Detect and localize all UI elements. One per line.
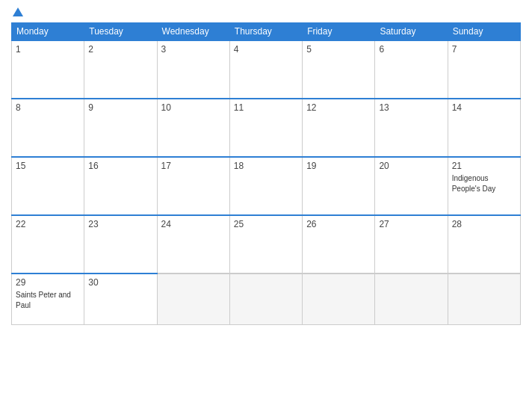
calendar-table: MondayTuesdayWednesdayThursdayFridaySatu… bbox=[11, 22, 521, 325]
calendar-cell: 30 bbox=[84, 274, 157, 324]
day-number: 16 bbox=[88, 161, 152, 171]
day-number: 5 bbox=[306, 44, 371, 55]
column-header-friday: Friday bbox=[303, 23, 375, 41]
calendar-cell: 15 bbox=[12, 157, 84, 215]
day-number: 21 bbox=[452, 161, 516, 171]
day-number: 17 bbox=[161, 161, 226, 171]
calendar-cell: 27 bbox=[375, 215, 448, 274]
holiday-label: Indigenous People's Day bbox=[452, 174, 496, 193]
calendar-cell: 10 bbox=[157, 99, 229, 157]
calendar-week-row: 29Saints Peter and Paul30 bbox=[12, 274, 521, 324]
day-number: 26 bbox=[306, 219, 371, 229]
day-number: 1 bbox=[16, 44, 80, 55]
calendar-cell: 6 bbox=[375, 40, 448, 99]
calendar-cell: 21Indigenous People's Day bbox=[448, 157, 520, 215]
calendar-week-row: 15161718192021Indigenous People's Day bbox=[12, 157, 521, 215]
calendar-cell: 12 bbox=[303, 99, 375, 157]
day-number: 28 bbox=[452, 219, 516, 229]
calendar-cell: 23 bbox=[84, 215, 157, 274]
calendar-cell: 19 bbox=[303, 157, 375, 215]
calendar-cell: 2 bbox=[84, 40, 157, 99]
day-number: 24 bbox=[161, 219, 226, 229]
calendar-cell: 11 bbox=[229, 99, 302, 157]
logo-triangle-icon bbox=[13, 7, 23, 16]
day-number: 23 bbox=[88, 219, 152, 229]
column-header-saturday: Saturday bbox=[375, 23, 448, 41]
day-number: 15 bbox=[16, 161, 80, 171]
day-number: 4 bbox=[234, 44, 298, 55]
column-header-tuesday: Tuesday bbox=[84, 23, 157, 41]
calendar-cell bbox=[448, 274, 520, 324]
day-number: 12 bbox=[306, 102, 371, 113]
calendar-cell: 7 bbox=[448, 40, 520, 99]
day-number: 10 bbox=[161, 102, 226, 113]
day-number: 30 bbox=[88, 277, 152, 288]
calendar-cell: 16 bbox=[84, 157, 157, 215]
calendar-cell bbox=[157, 274, 229, 324]
calendar-cell: 5 bbox=[303, 40, 375, 99]
day-number: 6 bbox=[379, 44, 443, 55]
day-number: 27 bbox=[379, 219, 443, 229]
day-number: 13 bbox=[379, 102, 443, 113]
day-number: 3 bbox=[161, 44, 226, 55]
day-number: 22 bbox=[16, 219, 80, 229]
calendar-cell: 4 bbox=[229, 40, 302, 99]
calendar-cell: 28 bbox=[448, 215, 520, 274]
calendar-cell: 17 bbox=[157, 157, 229, 215]
day-number: 9 bbox=[88, 102, 152, 113]
day-number: 18 bbox=[234, 161, 298, 171]
calendar-header-row: MondayTuesdayWednesdayThursdayFridaySatu… bbox=[12, 23, 521, 41]
day-number: 20 bbox=[379, 161, 443, 171]
calendar-cell bbox=[229, 274, 302, 324]
column-header-sunday: Sunday bbox=[448, 23, 520, 41]
day-number: 2 bbox=[88, 44, 152, 55]
column-header-monday: Monday bbox=[12, 23, 84, 41]
calendar-cell: 14 bbox=[448, 99, 520, 157]
calendar-cell: 18 bbox=[229, 157, 302, 215]
calendar-cell bbox=[375, 274, 448, 324]
day-number: 14 bbox=[452, 102, 516, 113]
calendar-cell bbox=[303, 274, 375, 324]
calendar-cell: 9 bbox=[84, 99, 157, 157]
calendar-page: MondayTuesdayWednesdayThursdayFridaySatu… bbox=[0, 0, 532, 411]
calendar-cell: 8 bbox=[12, 99, 84, 157]
calendar-week-row: 1234567 bbox=[12, 40, 521, 99]
column-header-wednesday: Wednesday bbox=[157, 23, 229, 41]
day-number: 25 bbox=[234, 219, 298, 229]
day-number: 29 bbox=[16, 277, 80, 288]
day-number: 11 bbox=[234, 102, 298, 113]
calendar-cell: 24 bbox=[157, 215, 229, 274]
column-header-thursday: Thursday bbox=[229, 23, 302, 41]
calendar-week-row: 22232425262728 bbox=[12, 215, 521, 274]
day-number: 19 bbox=[306, 161, 371, 171]
holiday-label: Saints Peter and Paul bbox=[16, 291, 71, 309]
calendar-week-row: 891011121314 bbox=[12, 99, 521, 157]
calendar-cell: 3 bbox=[157, 40, 229, 99]
header bbox=[11, 7, 521, 16]
calendar-cell: 26 bbox=[303, 215, 375, 274]
calendar-cell: 25 bbox=[229, 215, 302, 274]
logo bbox=[11, 7, 23, 16]
calendar-cell: 20 bbox=[375, 157, 448, 215]
calendar-cell: 13 bbox=[375, 99, 448, 157]
day-number: 7 bbox=[452, 44, 516, 55]
day-number: 8 bbox=[16, 102, 80, 113]
calendar-cell: 1 bbox=[12, 40, 84, 99]
calendar-cell: 22 bbox=[12, 215, 84, 274]
calendar-cell: 29Saints Peter and Paul bbox=[12, 274, 84, 324]
